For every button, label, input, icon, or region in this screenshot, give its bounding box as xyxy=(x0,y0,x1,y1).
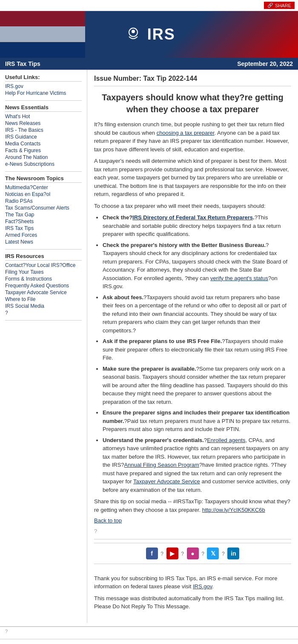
sidebar-item-irsgov[interactable]: IRS.gov xyxy=(5,83,82,89)
sidebar-item-contact-local[interactable]: Contact?Your Local IRS?Office xyxy=(5,262,82,268)
share-text: Share this tip on social media -- #IRSTa… xyxy=(94,497,291,514)
list-item-2: Check the preparer's history with the Be… xyxy=(103,241,291,291)
sidebar-item-radio[interactable]: Radio PSAs xyxy=(5,198,82,204)
taxpayer-advocate-link[interactable]: Taxpayer Advocate Service xyxy=(133,478,200,485)
issue-date: September 20, 2022 xyxy=(237,60,293,67)
list-item-4: Ask if the preparer plans to use IRS Fre… xyxy=(103,337,291,362)
sidebar-item-irs-tax-tips[interactable]: IRS Tax Tips xyxy=(5,225,82,231)
header: IRS xyxy=(0,11,298,58)
article-title: Taxpayers should know what they?re getti… xyxy=(94,91,291,115)
sidebar-item-news-releases[interactable]: News Releases xyxy=(5,120,82,126)
content-hr-1 xyxy=(94,86,291,86)
sidebar-item-where-to-file[interactable]: Where to File xyxy=(5,296,82,302)
sidebar-item-forms[interactable]: Forms & Instructions xyxy=(5,276,82,282)
bullet-bold-6: Ensure the preparer signs and includes t… xyxy=(103,409,289,424)
main-content: Issue Number: Tax Tip 2022-144 Taxpayers… xyxy=(87,70,298,623)
social-sep-2: ? xyxy=(181,551,184,557)
sidebar-item-filing-taxes[interactable]: Filing Your Taxes xyxy=(5,269,82,275)
social-sep-3: ? xyxy=(201,551,204,557)
youtube-icon[interactable]: ▶ xyxy=(166,548,178,559)
bullet-bold-1: Check the?IRS Directory of Federal Tax R… xyxy=(103,214,255,221)
list-item-5: Make sure the preparer is available.?Som… xyxy=(103,365,291,406)
facebook-icon[interactable]: f xyxy=(146,548,158,559)
twitter-icon[interactable]: 𝕏 xyxy=(207,548,219,559)
irs-logo: IRS xyxy=(123,24,175,45)
useful-links-section: Useful Links: IRS.gov Help For Hurricane… xyxy=(5,74,82,96)
sidebar-item-irs-guidance[interactable]: IRS Guidance xyxy=(5,134,82,140)
share-bar: 🔗 SHARE xyxy=(0,0,298,11)
flag-decoration xyxy=(0,11,85,58)
bullet-bold-4: Ask if the preparer plans to use IRS Fre… xyxy=(103,338,222,344)
sidebar-item-hurricane[interactable]: Help For Hurricane Victims xyxy=(5,90,82,96)
back-to-top-link[interactable]: Back to top xyxy=(94,517,122,524)
footer-content: Thank you for subscribing to IRS Tax Tip… xyxy=(94,567,291,618)
sidebar-item-media-contacts[interactable]: Media Contacts xyxy=(5,141,82,147)
list-item-7: Understand the preparer's credentials.?E… xyxy=(103,436,291,494)
footer-irsgov-link[interactable]: IRS.gov xyxy=(193,583,212,590)
subheader: IRS Tax Tips September 20, 2022 xyxy=(0,58,298,70)
sidebar-item-irs-basics[interactable]: IRS - The Basics xyxy=(5,127,82,133)
svg-point-1 xyxy=(132,30,135,33)
newsroom-section: The Newsroom Topics Multimedia?Center No… xyxy=(5,175,82,245)
thank-you-text: Thank you for subscribing to IRS Tax Tip… xyxy=(94,574,291,591)
sidebar: Useful Links: IRS.gov Help For Hurricane… xyxy=(0,70,87,623)
newsletter-title: IRS Tax Tips xyxy=(5,60,40,67)
sidebar-item-latest-news[interactable]: Latest News xyxy=(5,239,82,245)
paragraph-1: It?s filing extension crunch time, but p… xyxy=(94,120,291,153)
social-sep-1: ? xyxy=(160,551,163,557)
subscription-footer: Update your subscriptions, modify your p… xyxy=(0,639,298,644)
newsroom-title: The Newsroom Topics xyxy=(5,175,82,183)
instagram-icon[interactable]: ● xyxy=(187,548,199,559)
linkedin-icon[interactable]: in xyxy=(227,548,239,559)
share-button[interactable]: 🔗 SHARE xyxy=(264,2,295,9)
back-to-top: Back to top xyxy=(94,517,291,524)
list-item-3: Ask about fees.?Taxpayers should avoid t… xyxy=(103,293,291,335)
sidebar-item-faq[interactable]: Frequently Asked Questions xyxy=(5,283,82,289)
sidebar-item-tax-scams[interactable]: Tax Scams/Consumer Alerts xyxy=(5,205,82,211)
divider-4 xyxy=(5,320,82,321)
paragraph-2: A taxpayer's needs will determine which … xyxy=(94,157,291,199)
sidebar-item-whats-hot[interactable]: What's Hot xyxy=(5,113,82,119)
verify-agent-link[interactable]: verify the agent's status xyxy=(210,275,268,281)
sidebar-item-social-media[interactable]: IRS Social Media xyxy=(5,303,82,309)
social-sep-4: ? xyxy=(222,551,225,557)
share-url-link[interactable]: http://ow.ly/YcIK50KKC6b xyxy=(202,507,265,513)
irs-directory-link[interactable]: IRS Directory of Federal Tax Return Prep… xyxy=(132,214,253,221)
useful-links-title: Useful Links: xyxy=(5,74,82,82)
sidebar-item-facts-figures[interactable]: Facts & Figures xyxy=(5,148,82,153)
sidebar-item-around-nation[interactable]: Around The Nation xyxy=(5,154,82,160)
choosing-preparer-link[interactable]: choosing a tax preparer xyxy=(157,130,215,136)
sidebar-item-misc[interactable]: ? xyxy=(5,310,82,316)
news-essentials-title: News Essentials xyxy=(5,104,82,112)
eagle-icon xyxy=(123,24,144,45)
bullet-bold-5: Make sure the preparer is available. xyxy=(103,366,196,372)
social-icons-bar: f ? ▶ ? ● ? 𝕏 ? in xyxy=(94,543,291,564)
sidebar-item-multimedia[interactable]: Multimedia?Center xyxy=(5,184,82,190)
issue-number: Issue Number: Tax Tip 2022-144 xyxy=(94,75,291,82)
separator-bottom: ? xyxy=(94,527,291,536)
main-layout: Useful Links: IRS.gov Help For Hurricane… xyxy=(0,70,298,623)
bullet-bold-3: Ask about fees. xyxy=(103,294,143,301)
bullet-bold-7: Understand the preparer's credentials. xyxy=(103,437,204,443)
irs-resources-section: IRS Resources Contact?Your Local IRS?Off… xyxy=(5,253,82,316)
divider-3 xyxy=(5,249,82,250)
annual-filing-link[interactable]: Annual Filing Season Program xyxy=(124,462,199,468)
enrolled-agents-link[interactable]: Enrolled agents xyxy=(207,437,245,443)
sidebar-item-armed-forces[interactable]: Armed Forces xyxy=(5,232,82,238)
bullet-bold-2: Check the preparer's history with the Be… xyxy=(103,242,266,248)
list-item-6: Ensure the preparer signs and includes t… xyxy=(103,409,291,434)
sidebar-item-enews[interactable]: e-News Subscriptions xyxy=(5,161,82,167)
share-icon: 🔗 xyxy=(267,3,273,8)
irs-resources-title: IRS Resources xyxy=(5,253,82,261)
sidebar-item-fact-sheets[interactable]: Fact?Sheets xyxy=(5,218,82,224)
auto-message: This message was distributed automatical… xyxy=(94,594,291,611)
sidebar-item-taxpayer-advocate[interactable]: Taxpayer Advocate Service xyxy=(5,289,82,295)
divider-1 xyxy=(5,100,82,101)
bullet-list: Check the?IRS Directory of Federal Tax R… xyxy=(103,213,291,494)
content-hr-2 xyxy=(94,539,291,539)
sidebar-item-noticias[interactable]: Noticias en Espa?ol xyxy=(5,191,82,197)
list-item-1: Check the?IRS Directory of Federal Tax R… xyxy=(103,213,291,238)
sidebar-item-tax-gap[interactable]: The Tax Gap xyxy=(5,212,82,218)
choose-intro: To choose a tax preparer who will meet t… xyxy=(94,202,291,210)
divider-2 xyxy=(5,171,82,172)
